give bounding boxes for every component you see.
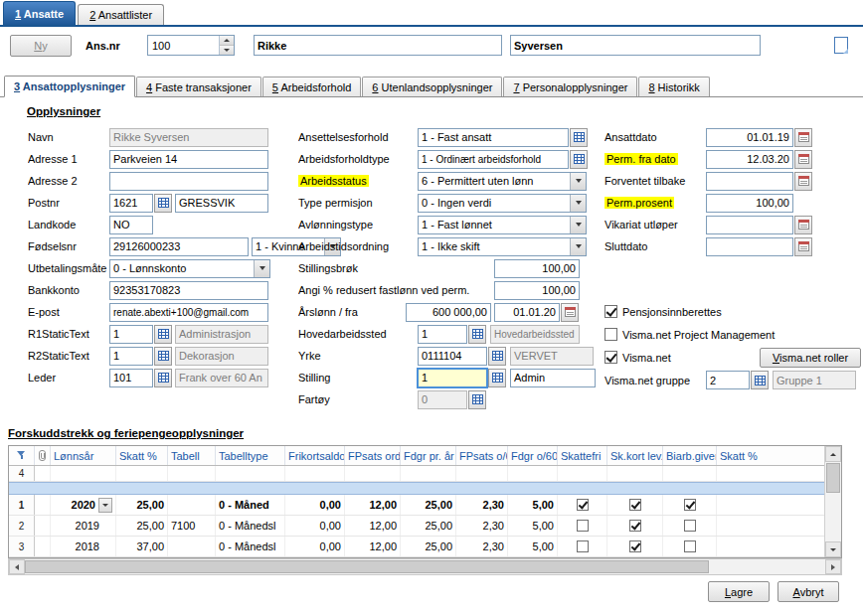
fodselsnr-field[interactable]: 29126000233: [109, 237, 249, 256]
tabell-cell[interactable]: [168, 495, 216, 515]
horizontal-scroll-thumb[interactable]: [25, 560, 709, 573]
r2-field[interactable]: 1: [109, 347, 153, 366]
vismanet-roller-button[interactable]: Visma.net roller: [760, 348, 861, 368]
hovedarbeidssted-field[interactable]: 1: [418, 325, 467, 344]
tab-ansattopplysninger[interactable]: 3 Ansattopplysninger: [4, 76, 135, 97]
sluttdato-calendar-button[interactable]: [794, 237, 812, 256]
pensjon-checkbox[interactable]: [604, 305, 617, 318]
leder-lookup-button[interactable]: [154, 369, 172, 387]
lonnsar-cell[interactable]: 2018: [51, 537, 116, 556]
grid-row-2018[interactable]: 3 2018 37,00 0 - Månedsl 0,00 12,00 25,0…: [9, 537, 824, 557]
tab-ansatte[interactable]: 1 Ansatte: [3, 1, 76, 25]
tab-personalopplysninger[interactable]: 7 Personalopplysninger: [503, 77, 637, 96]
vismanet-gruppe-lookup-button[interactable]: [751, 371, 769, 389]
col-header-skattefri[interactable]: Skattefri: [558, 446, 607, 465]
fdgr-o60-cell[interactable]: 5,00: [508, 516, 558, 536]
scroll-right-icon[interactable]: [825, 559, 841, 574]
perm-fra-dato-calendar-button[interactable]: [794, 150, 812, 169]
skattefri-checkbox[interactable]: [577, 520, 589, 532]
forventet-tilbake-calendar-button[interactable]: [794, 172, 812, 191]
vikariat-calendar-button[interactable]: [794, 216, 812, 234]
forventet-tilbake-field[interactable]: [706, 172, 793, 191]
lastname-field[interactable]: Syversen: [510, 35, 761, 56]
col-header-tabell[interactable]: Tabell: [168, 446, 216, 465]
skattefri-checkbox[interactable]: [577, 499, 589, 511]
arbeidstidsordning-dropdown[interactable]: 1 - Ikke skift: [418, 237, 587, 256]
lonnsar-cell[interactable]: 2019: [51, 516, 116, 536]
postnr-field[interactable]: 1621: [109, 194, 153, 213]
leder-field[interactable]: 101: [109, 369, 153, 387]
skatt-cell[interactable]: 37,00: [116, 537, 168, 556]
bankkonto-field[interactable]: 92353170823: [109, 281, 268, 300]
r2-lookup-button[interactable]: [154, 347, 172, 366]
vismanet-checkbox[interactable]: [604, 351, 617, 364]
tabelltype-cell[interactable]: 0 - Måned: [216, 495, 285, 515]
adresse2-field[interactable]: [109, 172, 268, 191]
scroll-left-icon[interactable]: [9, 559, 25, 574]
fpsats-ord-cell[interactable]: 12,00: [345, 537, 401, 556]
skkort-lev-checkbox[interactable]: [629, 540, 641, 552]
col-header-skatt2[interactable]: Skatt %: [717, 446, 824, 465]
grid-row-2020[interactable]: 1 2020 25,00 0 - Måned 0,00 12,00 25,00 …: [9, 495, 824, 516]
col-header-lonnsar[interactable]: Lønnsår: [51, 446, 116, 465]
avlonningstype-dropdown[interactable]: 1 - Fast lønnet: [418, 216, 587, 234]
fpsats-o6-cell[interactable]: 2,30: [456, 537, 508, 556]
biarb-giver-checkbox[interactable]: [684, 540, 696, 552]
stilling-lookup-button[interactable]: [488, 369, 506, 387]
ansnr-spinner[interactable]: 100: [147, 35, 235, 56]
type-permisjon-dropdown[interactable]: 0 - Ingen verdi: [418, 194, 587, 213]
save-button[interactable]: Lagre: [708, 581, 770, 602]
utbetalingsmate-dropdown[interactable]: 0 - Lønnskonto: [109, 259, 270, 278]
skkort-lev-checkbox[interactable]: [629, 499, 641, 511]
col-header-frikortsaldo[interactable]: Frikortsaldo: [285, 446, 345, 465]
fartoy-lookup-button[interactable]: [468, 390, 486, 409]
col-header-skatt[interactable]: Skatt %: [116, 446, 168, 465]
fpsats-o6-cell[interactable]: 2,30: [456, 495, 508, 515]
tab-utenlandsopplysninger[interactable]: 6 Utenlandsopplysninger: [362, 77, 502, 96]
tabelltype-cell[interactable]: 0 - Månedsl: [216, 516, 285, 536]
ansnr-value[interactable]: 100: [148, 36, 219, 55]
fpsats-ord-cell[interactable]: 12,00: [345, 516, 401, 536]
note-button[interactable]: [831, 34, 851, 56]
arslonn-field[interactable]: 600 000,00: [406, 303, 491, 322]
col-header-fdgr-o60[interactable]: Fdgr o/60: [508, 446, 558, 465]
frikortsaldo-cell[interactable]: 0,00: [285, 495, 345, 515]
frikortsaldo-cell[interactable]: 0,00: [285, 516, 345, 536]
cancel-button[interactable]: Avbryt: [777, 581, 839, 602]
col-header-fpsats-o6[interactable]: FPsats o/6: [456, 446, 508, 465]
lonnsar-cell[interactable]: 2020: [51, 495, 116, 515]
stilling-field[interactable]: 1: [418, 369, 487, 387]
epost-field[interactable]: renate.abexti+100@gmail.com: [109, 303, 268, 322]
yrke-lookup-button[interactable]: [488, 347, 506, 366]
fdgr-pr-ar-cell[interactable]: 25,00: [401, 495, 456, 515]
grid-vertical-scrollbar[interactable]: [824, 446, 841, 557]
fdgr-pr-ar-cell[interactable]: 25,00: [401, 516, 456, 536]
ansattdato-calendar-button[interactable]: [794, 128, 812, 147]
arbeidsstatus-dropdown[interactable]: 6 - Permittert uten lønn: [418, 172, 587, 191]
vertical-scroll-thumb[interactable]: [826, 463, 840, 493]
grid-row-2019[interactable]: 2 2019 25,00 7100 0 - Månedsl 0,00 12,00…: [9, 516, 824, 537]
fpsats-o6-cell[interactable]: 2,30: [456, 516, 508, 536]
r1-lookup-button[interactable]: [154, 325, 172, 344]
frikortsaldo-cell[interactable]: 0,00: [285, 537, 345, 556]
skatt-cell[interactable]: 25,00: [116, 516, 168, 536]
tab-historikk[interactable]: 8 Historikk: [638, 77, 709, 96]
skatt-cell[interactable]: 25,00: [116, 495, 168, 515]
perm-prosent-field[interactable]: 100,00: [706, 194, 793, 213]
redusert-fastlonn-field[interactable]: 100,00: [494, 281, 580, 300]
fdgr-o60-cell[interactable]: 5,00: [508, 537, 558, 556]
grid-empty-row[interactable]: 4: [9, 466, 824, 482]
ansettelsesforhold-lookup-button[interactable]: [570, 128, 588, 147]
biarb-giver-checkbox[interactable]: [684, 499, 696, 511]
skattefri-checkbox[interactable]: [577, 540, 589, 552]
biarb-giver-checkbox[interactable]: [684, 520, 696, 532]
arslonn-fra-field[interactable]: 01.01.20: [494, 303, 560, 322]
chevron-down-icon[interactable]: [98, 498, 112, 513]
vpm-checkbox[interactable]: [604, 328, 617, 341]
scroll-down-icon[interactable]: [825, 541, 841, 557]
vismanet-gruppe-field[interactable]: 2: [706, 371, 750, 389]
arslonn-fra-calendar-button[interactable]: [561, 303, 579, 322]
tab-faste-transaksjoner[interactable]: 4 Faste transaksjoner: [136, 77, 261, 96]
poststed-field[interactable]: GRESSVIK: [175, 194, 268, 213]
spin-down-icon[interactable]: [220, 46, 234, 55]
